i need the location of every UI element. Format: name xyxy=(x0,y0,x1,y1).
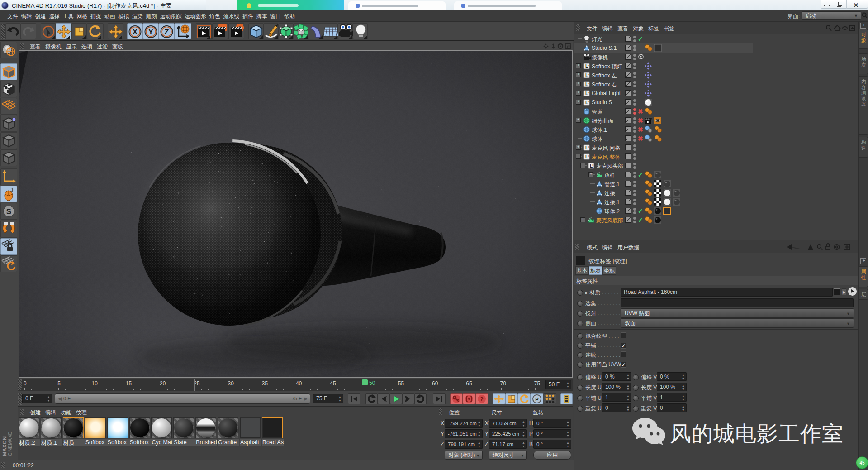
svg-text:o: o xyxy=(588,82,589,85)
svg-text:X: X xyxy=(133,28,138,36)
svg-text:P: P xyxy=(535,397,538,402)
svg-text:o: o xyxy=(588,91,589,94)
svg-text:o: o xyxy=(588,73,589,76)
svg-text:Y: Y xyxy=(148,28,154,36)
svg-text:?: ? xyxy=(480,396,484,403)
svg-text:o: o xyxy=(592,163,594,166)
svg-text:o: o xyxy=(588,154,589,157)
svg-text:o: o xyxy=(588,145,589,148)
svg-text:Z: Z xyxy=(164,28,169,36)
svg-text:o: o xyxy=(588,100,589,103)
svg-text:o: o xyxy=(588,64,589,67)
svg-text:S: S xyxy=(6,207,11,216)
